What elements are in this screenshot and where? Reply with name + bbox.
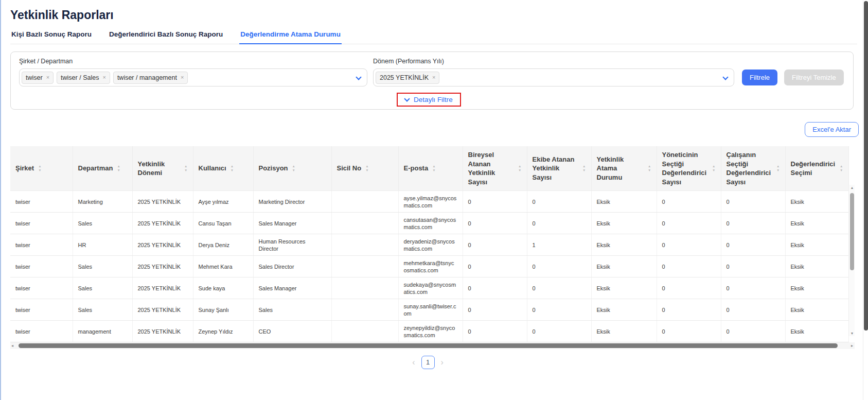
detail-filter-button[interactable]: Detaylı Filtre — [405, 96, 453, 103]
cell: 0 — [463, 299, 527, 321]
sort-icon: ▲▼ — [117, 165, 120, 172]
report-table: Şirket▲▼Departman▲▼Yetkinlik Dönemi▲▼Kul… — [10, 146, 855, 349]
cell: Eksik — [785, 191, 848, 213]
scroll-right-icon[interactable]: ▸ — [851, 342, 853, 349]
company-department-select[interactable]: twiser×twiser / Sales×twiser / managemen… — [19, 68, 367, 86]
tab-1[interactable]: Değerlendirici Bazlı Sonuç Raporu — [108, 30, 224, 44]
cell: 0 — [527, 277, 591, 299]
caret-down-icon: ▼ — [648, 169, 651, 172]
cell: 0 — [463, 213, 527, 234]
filter-button[interactable]: Filtrele — [742, 69, 777, 85]
caret-up-icon: ▲ — [231, 165, 234, 168]
cell: 0 — [527, 191, 591, 213]
caret-down-icon: ▼ — [840, 169, 843, 172]
company-filter-label: Şirket / Departman — [19, 58, 367, 65]
scroll-down-icon[interactable]: ▼ — [849, 332, 855, 335]
column-header-label: Çalışanın Seçtiği Değerlendirici Sayısı — [727, 150, 773, 186]
cell: 2025 YETKİNLİK — [132, 299, 193, 321]
cell: Cansu Taşan — [193, 213, 253, 234]
pagination-next-icon[interactable]: › — [441, 358, 444, 367]
column-header-1[interactable]: Departman▲▼ — [73, 146, 132, 191]
sort-icon: ▲▼ — [38, 165, 41, 172]
table-vertical-scrollbar[interactable]: ▲ ▼ — [848, 185, 855, 336]
table-row: twiserSales2025 YETKİNLİKCansu TaşanSale… — [10, 213, 848, 234]
caret-down-icon: ▼ — [117, 169, 120, 172]
detail-filter-highlight-box: Detaylı Filtre — [397, 93, 461, 107]
page-vertical-scrollbar[interactable] — [863, 0, 868, 400]
cell — [331, 299, 398, 321]
tab-0[interactable]: Kişi Bazlı Sonuç Raporu — [10, 30, 93, 44]
filter-panel: Şirket / Departman twiser×twiser / Sales… — [10, 51, 854, 110]
cell — [331, 321, 398, 342]
cell: management — [73, 321, 132, 342]
column-header-11[interactable]: Çalışanın Seçtiği Değerlendirici Sayısı▲… — [721, 146, 785, 191]
column-header-10[interactable]: Yöneticinin Seçtiği Değerlendirici Sayıs… — [657, 146, 721, 191]
pagination: ‹ 1 › — [1, 356, 855, 369]
caret-up-icon: ▲ — [292, 165, 295, 168]
table-row: twiserHR2025 YETKİNLİKDerya DenizHuman R… — [10, 234, 848, 256]
chip-remove-icon[interactable]: × — [102, 75, 105, 80]
chip-label: twiser — [26, 74, 43, 81]
cell: twiser — [10, 277, 73, 299]
column-header-9[interactable]: Yetkinlik Atama Durumu▲▼ — [591, 146, 657, 191]
column-header-content: Şirket▲▼ — [15, 164, 67, 173]
column-header-2[interactable]: Yetkinlik Dönemi▲▼ — [132, 146, 193, 191]
export-excel-button[interactable]: Excel'e Aktar — [805, 122, 859, 137]
column-header-content: Yöneticinin Seçtiği Değerlendirici Sayıs… — [662, 150, 716, 186]
cell: 0 — [657, 277, 721, 299]
scroll-up-icon[interactable]: ▲ — [849, 186, 855, 189]
cell — [331, 256, 398, 277]
chip-remove-icon[interactable]: × — [181, 75, 184, 80]
cell: 1 — [527, 234, 591, 256]
cell: Sales Director — [253, 256, 331, 277]
cell: 2025 YETKİNLİK — [132, 277, 193, 299]
column-header-6[interactable]: E-posta▲▼ — [398, 146, 463, 191]
table-row: twiserSales2025 YETKİNLİKSunay ŞanlıSale… — [10, 299, 848, 321]
caret-up-icon: ▲ — [582, 165, 586, 168]
chevron-down-icon[interactable] — [722, 74, 728, 80]
column-header-0[interactable]: Şirket▲▼ — [10, 146, 73, 191]
cell: 0 — [657, 299, 721, 321]
cell: Eksik — [591, 234, 657, 256]
pagination-prev-icon[interactable]: ‹ — [412, 358, 415, 367]
filter-chip: twiser / Sales× — [57, 72, 110, 84]
company-filter-group: Şirket / Departman twiser×twiser / Sales… — [19, 58, 367, 86]
tab-2[interactable]: Değerlendirme Atama Durumu — [239, 30, 342, 44]
column-header-4[interactable]: Pozisyon▲▼ — [253, 146, 331, 191]
cell: sunay.sanli@twiser.com — [398, 299, 463, 321]
cell: 0 — [657, 213, 721, 234]
chip-remove-icon[interactable]: × — [46, 75, 49, 80]
cell: Derya Deniz — [193, 234, 253, 256]
clear-filter-button[interactable]: Filtreyi Temizle — [784, 69, 844, 85]
cell — [331, 213, 398, 234]
cell: 2025 YETKİNLİK — [132, 256, 193, 277]
cell: 0 — [463, 321, 527, 342]
column-header-content: E-posta▲▼ — [404, 164, 457, 173]
period-select[interactable]: 2025 YETKİNLİK× — [373, 68, 734, 86]
sort-icon: ▲▼ — [518, 165, 521, 172]
chip-remove-icon[interactable]: × — [432, 75, 435, 80]
horizontal-scroll-thumb[interactable] — [19, 343, 838, 348]
cell: Sales — [73, 213, 132, 234]
column-header-5[interactable]: Sicil No▲▼ — [331, 146, 398, 191]
chevron-down-icon[interactable] — [356, 74, 361, 80]
cell: 0 — [721, 234, 785, 256]
period-filter-label: Dönem (Performans Yılı) — [373, 58, 734, 65]
cell: 0 — [463, 191, 527, 213]
cell: Zeynep Yıldız — [193, 321, 253, 342]
cell: deryadeniz@snycosmatics.com — [398, 234, 463, 256]
tabs: Kişi Bazlı Sonuç RaporuDeğerlendirici Ba… — [10, 30, 857, 44]
scroll-left-icon[interactable]: ◂ — [11, 342, 13, 349]
cell: Sales — [73, 277, 132, 299]
page-scroll-thumb[interactable] — [864, 1, 868, 331]
pagination-page-1[interactable]: 1 — [421, 356, 435, 369]
cell: 0 — [463, 277, 527, 299]
cell: Sales — [73, 299, 132, 321]
vertical-scroll-thumb[interactable] — [850, 193, 854, 270]
column-header-8[interactable]: Ekibe Atanan Yetkinlik Sayısı▲▼ — [527, 146, 591, 191]
column-header-12[interactable]: Değerlendirici Seçimi▲▼ — [785, 146, 848, 191]
column-header-3[interactable]: Kullanıcı▲▼ — [193, 146, 253, 191]
table-horizontal-scrollbar[interactable]: ◂ ▸ — [10, 342, 855, 349]
column-header-7[interactable]: Bireysel Atanan Yetkinlik Sayısı▲▼ — [463, 146, 527, 191]
caret-up-icon: ▲ — [184, 165, 187, 168]
